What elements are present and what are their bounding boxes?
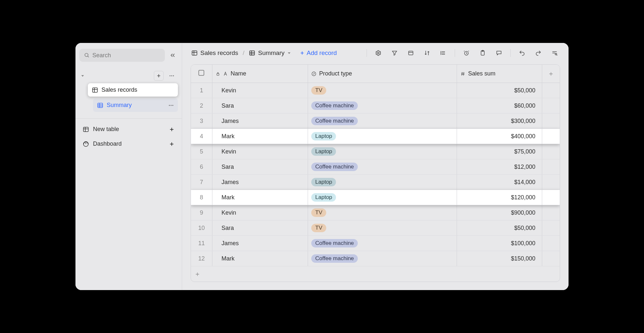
table-row[interactable]: 4MarkLaptop$400,000 [191,129,560,144]
column-header-name[interactable]: Name [212,65,308,83]
cell-sum[interactable]: $50,000 [457,220,542,236]
cell-product[interactable]: Coffee machine [308,98,457,113]
cell-product[interactable]: Coffee machine [308,113,457,129]
redo-icon[interactable] [533,48,543,58]
table-more-button[interactable] [167,71,177,81]
cell-sum[interactable]: $12,000 [457,159,542,175]
svg-rect-29 [250,51,255,55]
cell-name[interactable]: James [212,236,308,251]
cell-trailing [542,83,560,98]
clipboard-icon[interactable] [478,48,488,58]
cell-sum[interactable]: $400,000 [457,129,542,144]
table-row[interactable]: 2SaraCoffee machine$60,000 [191,98,560,113]
fields-icon[interactable] [406,48,416,58]
add-record-label: Add record [307,49,337,57]
svg-line-55 [463,72,464,75]
add-column-button[interactable]: ＋ [542,65,560,83]
search-placeholder: Search [92,52,111,59]
view-more-button[interactable] [168,102,174,108]
cell-name[interactable]: Sara [212,98,308,113]
cell-product[interactable]: Coffee machine [308,236,457,251]
svg-rect-18 [84,127,88,131]
breadcrumb-view[interactable]: Summary [249,49,291,57]
add-row-button[interactable]: ＋ [191,266,560,282]
collapse-sidebar-button[interactable] [168,50,178,60]
cell-name[interactable]: Mark [212,251,308,266]
cell-name[interactable]: Sara [212,220,308,236]
row-number: 5 [191,144,212,159]
table-row[interactable]: 12MarkCoffee machine$150,000 [191,251,560,266]
cell-product[interactable]: TV [308,83,457,98]
cell-name[interactable]: Kevin [212,205,308,220]
row-height-icon[interactable] [438,48,448,58]
table-row[interactable]: 5KevinLaptop$75,000 [191,144,560,159]
cell-name[interactable]: James [212,175,308,190]
cell-sum[interactable]: $75,000 [457,144,542,159]
sort-icon[interactable] [422,48,432,58]
cell-sum[interactable]: $300,000 [457,113,542,129]
comment-icon[interactable] [494,48,504,58]
grid-view-icon [249,50,255,56]
cell-sum[interactable]: $50,000 [457,83,542,98]
table-row[interactable]: 1KevinTV$50,000 [191,83,560,98]
table-row[interactable]: 3JamesCoffee machine$300,000 [191,113,560,129]
sidebar-view-summary[interactable]: Summary [93,99,178,112]
cell-product[interactable]: Coffee machine [308,159,457,175]
cell-name[interactable]: James [212,113,308,129]
cell-name[interactable]: Sara [212,159,308,175]
cell-name[interactable]: Mark [212,129,308,144]
cell-product[interactable]: Laptop [308,175,457,190]
product-tag: TV [311,224,326,232]
product-tag: Laptop [311,178,336,186]
cell-sum[interactable]: $900,000 [457,205,542,220]
cell-sum[interactable]: $150,000 [457,251,542,266]
cell-trailing [542,98,560,113]
reminder-icon[interactable] [462,48,471,58]
cell-trailing [542,236,560,251]
sidebar-dashboard[interactable]: Dashboard [79,137,178,151]
product-tag: Coffee machine [311,101,358,110]
cell-product[interactable]: Laptop [308,144,457,159]
cell-sum[interactable]: $120,000 [457,190,542,205]
checkbox-icon[interactable] [198,70,204,76]
cell-product[interactable]: Laptop [308,129,457,144]
cell-name[interactable]: Kevin [212,83,308,98]
cell-product[interactable]: TV [308,205,457,220]
undo-icon[interactable] [517,48,527,58]
table-row[interactable]: 8MarkLaptop$120,000 [191,190,560,205]
cell-sum[interactable]: $14,000 [457,175,542,190]
row-number: 4 [191,129,212,144]
add-table-button[interactable] [154,71,164,81]
cell-product[interactable]: Coffee machine [308,251,457,266]
table-row[interactable]: 7JamesLaptop$14,000 [191,175,560,190]
column-header-checkbox[interactable] [191,65,212,83]
breadcrumb-view-label: Summary [258,49,284,57]
sidebar: Search Sales records [75,43,182,290]
find-icon[interactable] [550,48,559,58]
filter-icon[interactable] [390,48,399,58]
cell-product[interactable]: Laptop [308,190,457,205]
cell-name[interactable]: Mark [212,190,308,205]
cell-name[interactable]: Kevin [212,144,308,159]
caret-down-icon[interactable] [81,74,87,78]
cell-sum[interactable]: $60,000 [457,98,542,113]
row-number: 8 [191,190,212,205]
table-row[interactable]: 6SaraCoffee machine$12,000 [191,159,560,175]
column-header-sales-sum[interactable]: Sales sum [457,65,542,83]
table-row[interactable]: 10SaraTV$50,000 [191,220,560,236]
settings-icon[interactable] [373,48,383,58]
product-tag: Laptop [311,193,336,202]
svg-point-0 [85,53,88,57]
table-icon [191,50,198,56]
sidebar-table-sales-records[interactable]: Sales records [88,83,178,97]
column-header-product-type[interactable]: Product type [308,65,457,83]
table-row[interactable]: 9KevinTV$900,000 [191,205,560,220]
breadcrumb-table[interactable]: Sales records [191,49,238,57]
table-row[interactable]: 11JamesCoffee machine$100,000 [191,236,560,251]
cell-product[interactable]: TV [308,220,457,236]
add-record-button[interactable]: Add record [300,49,337,57]
svg-rect-26 [192,51,197,55]
search-input[interactable]: Search [79,49,165,62]
sidebar-new-table[interactable]: New table [79,122,178,137]
cell-sum[interactable]: $100,000 [457,236,542,251]
